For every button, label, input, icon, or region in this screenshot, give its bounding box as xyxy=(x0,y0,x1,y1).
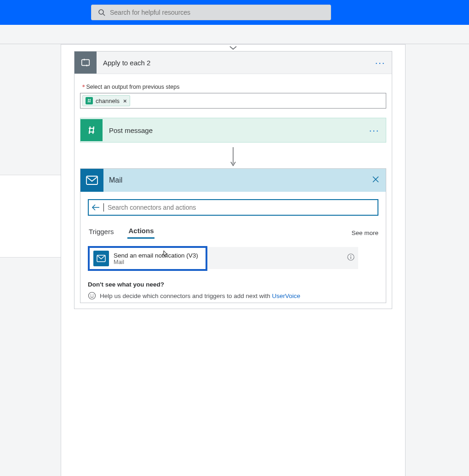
side-panel xyxy=(0,175,68,258)
svg-point-0 xyxy=(99,10,103,14)
post-message-title: Post message xyxy=(103,126,367,134)
smile-icon xyxy=(88,292,96,300)
svg-rect-2 xyxy=(82,60,90,66)
action-title: Send an email notification (V3) xyxy=(114,252,198,259)
svg-point-14 xyxy=(93,295,94,296)
svg-point-9 xyxy=(350,255,351,256)
apply-to-each-menu-button[interactable]: ··· xyxy=(373,57,392,68)
apply-to-each-title: Apply to each 2 xyxy=(97,59,373,67)
picker-tabs: Triggers Actions See more xyxy=(88,227,378,239)
text-caret xyxy=(103,203,104,212)
connector-search[interactable] xyxy=(88,199,378,216)
help-block: Don't see what you need? Help us decide … xyxy=(88,281,378,300)
help-question: Don't see what you need? xyxy=(88,281,378,288)
flow-arrow-icon xyxy=(77,147,389,167)
hash-icon xyxy=(86,97,93,104)
apply-to-each-step[interactable]: Apply to each 2 ··· *Select an output fr… xyxy=(74,51,392,309)
connector-search-input[interactable] xyxy=(108,204,375,211)
tab-actions[interactable]: Actions xyxy=(127,227,154,239)
action-subtitle: Mail xyxy=(114,259,198,265)
back-arrow-icon[interactable] xyxy=(92,204,100,211)
search-icon xyxy=(98,9,105,16)
info-icon[interactable] xyxy=(347,253,355,263)
output-from-previous-input[interactable]: channels × xyxy=(80,93,386,109)
slack-hash-icon xyxy=(80,119,103,141)
apply-to-each-icon xyxy=(74,52,97,74)
mail-action-icon xyxy=(93,251,109,266)
post-message-step[interactable]: Post message ··· xyxy=(80,118,386,143)
picker-close-button[interactable] xyxy=(366,175,386,185)
token-label: channels xyxy=(96,97,120,104)
flow-canvas: Apply to each 2 ··· *Select an output fr… xyxy=(61,44,406,476)
svg-rect-10 xyxy=(350,257,351,259)
required-star-icon: * xyxy=(82,83,86,90)
svg-point-12 xyxy=(89,292,96,299)
connector-picker: Mail xyxy=(80,168,386,303)
tab-triggers[interactable]: Triggers xyxy=(88,228,114,238)
svg-rect-4 xyxy=(86,176,97,184)
uservoice-link[interactable]: UserVoice xyxy=(272,292,300,299)
top-bar xyxy=(0,0,469,25)
picker-header: Mail xyxy=(80,169,386,192)
post-message-menu-button[interactable]: ··· xyxy=(367,125,386,136)
picker-title: Mail xyxy=(103,176,366,184)
output-from-previous-label: *Select an output from previous steps xyxy=(82,83,389,90)
svg-point-13 xyxy=(91,295,92,296)
see-more-link[interactable]: See more xyxy=(351,229,378,236)
mail-icon xyxy=(80,169,103,192)
ribbon-bar xyxy=(0,25,469,44)
highlighted-action: Send an email notification (V3) Mail xyxy=(88,246,207,271)
global-search-input[interactable] xyxy=(110,9,331,16)
help-text: Help us decide which connectors and trig… xyxy=(100,292,272,299)
pointer-cursor-icon xyxy=(161,250,169,260)
token-remove-icon[interactable]: × xyxy=(123,97,127,104)
global-search[interactable] xyxy=(91,5,331,20)
token-channels[interactable]: channels × xyxy=(82,95,130,106)
svg-line-1 xyxy=(103,14,105,16)
